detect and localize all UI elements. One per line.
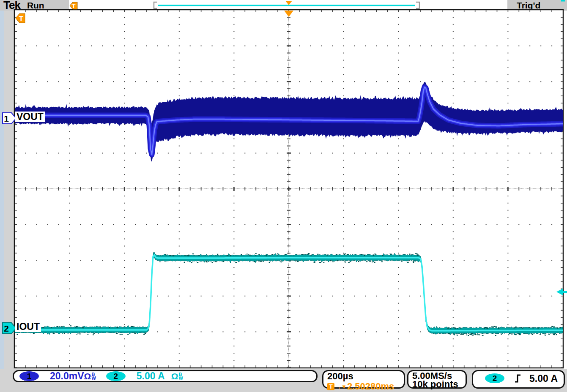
record-length: 10k points <box>412 380 466 389</box>
channel-readout-box[interactable]: 1 20.0mV Ω BW 2 5.00 A Ω BW <box>13 370 318 382</box>
arrow-right-icon: → <box>335 383 341 390</box>
rising-edge-icon <box>515 374 521 383</box>
scope-display: TT12 <box>0 0 567 392</box>
ch2-position-marker-label: 2 <box>4 324 9 333</box>
ch1-badge[interactable]: 1 <box>19 371 39 381</box>
ch2-bw-limit: BW <box>179 373 183 380</box>
trigger-level: 5.00 A <box>529 373 558 384</box>
record-view-window-line <box>158 5 415 6</box>
trigger-t-icon: T <box>327 383 334 390</box>
oscilloscope-screen: Tek Run Trig'd TT12 VOUT IOUT 1 20.0mV Ω… <box>0 0 567 392</box>
record-view-right-bracket <box>416 2 419 8</box>
trigger-source-badge[interactable]: 2 <box>485 373 504 383</box>
ch1-position-marker-label: 1 <box>4 114 9 123</box>
t-flag-letter: T <box>71 2 75 9</box>
ch2-badge[interactable]: 2 <box>106 371 126 381</box>
ch2-impedance: Ω <box>171 371 178 381</box>
acquisition-readout-box[interactable]: 5.00MS/s 10k points <box>407 370 467 389</box>
horizontal-readout-box[interactable]: 200µs T → ▼ 2.50280ms <box>322 370 405 389</box>
ch2-scale-readout: 5.00 A <box>137 370 165 382</box>
trigger-delay-value: 2.50280ms <box>347 381 394 392</box>
trigger-t-letter: T <box>19 15 24 23</box>
ch1-scale-readout: 20.0mV <box>50 370 84 382</box>
triangle-down-icon: ▼ <box>341 384 347 390</box>
trigger-delay-row: T → ▼ 2.50280ms <box>327 381 404 392</box>
ch1-impedance: Ω <box>84 371 91 381</box>
trigger-readout-box[interactable]: 2 5.00 A <box>472 370 565 389</box>
record-view-left-bracket <box>154 2 157 8</box>
top-right-cyan-tick <box>561 0 565 2</box>
timebase-scale: 200µs <box>327 372 404 381</box>
ch2-waveform-label: IOUT <box>15 321 41 332</box>
record-view-trigger-marker <box>285 1 292 5</box>
ch1-waveform-label: VOUT <box>15 112 45 122</box>
ch1-bw-limit: BW <box>91 373 96 380</box>
trigger-level-arrow-tail <box>563 291 567 293</box>
